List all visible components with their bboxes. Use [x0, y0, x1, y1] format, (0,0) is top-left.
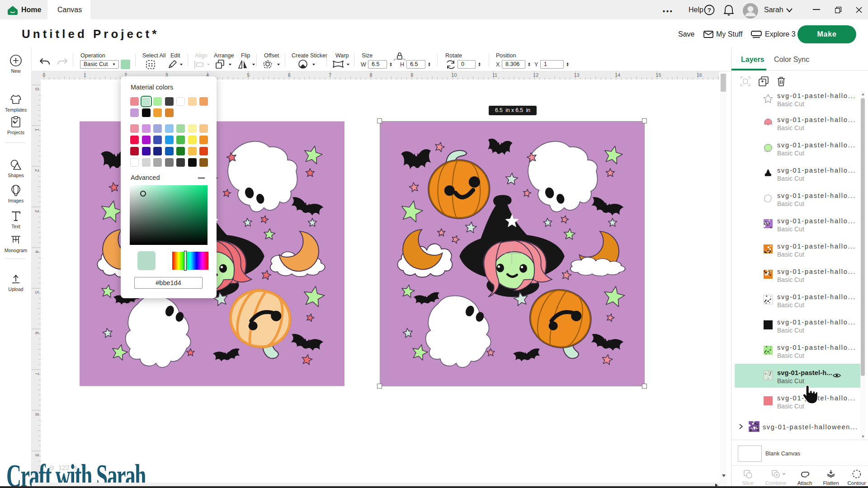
svg-text:16: 16 [697, 72, 702, 78]
svg-text:0: 0 [34, 88, 40, 90]
svg-text:8: 8 [34, 413, 40, 416]
svg-text:2: 2 [34, 169, 40, 172]
svg-text:12: 12 [533, 72, 538, 78]
svg-text:8: 8 [370, 72, 373, 78]
svg-text:13: 13 [574, 72, 580, 78]
svg-text:0: 0 [42, 72, 45, 78]
svg-text:9: 9 [34, 454, 40, 456]
svg-text:10: 10 [451, 72, 457, 78]
svg-text:14: 14 [615, 72, 620, 78]
svg-text:1: 1 [34, 128, 40, 131]
svg-text:7: 7 [34, 372, 40, 375]
svg-text:3: 3 [34, 210, 40, 212]
svg-text:15: 15 [656, 72, 661, 78]
svg-text:?: ? [708, 7, 711, 14]
svg-text:1: 1 [84, 72, 86, 78]
svg-text:5: 5 [247, 72, 250, 78]
svg-text:7: 7 [329, 72, 331, 78]
svg-text:11: 11 [492, 72, 497, 78]
svg-text:5: 5 [34, 291, 40, 294]
svg-text:9: 9 [410, 72, 413, 78]
svg-text:6: 6 [288, 72, 291, 78]
svg-text:6: 6 [34, 332, 40, 334]
svg-text:4: 4 [34, 250, 40, 253]
